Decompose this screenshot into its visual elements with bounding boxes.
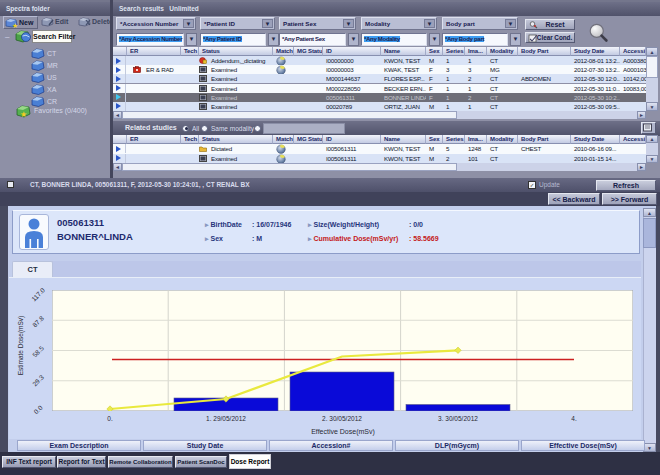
svg-text:★: ★ [12, 22, 18, 28]
svg-text:★: ★ [20, 110, 27, 118]
